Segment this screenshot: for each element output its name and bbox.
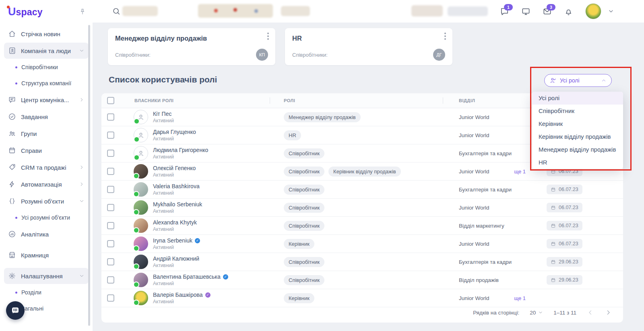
- member-avatar[interactable]: КП: [256, 49, 268, 61]
- sidebar-item-settings[interactable]: Налаштування: [4, 268, 89, 284]
- row-checkbox[interactable]: [107, 258, 114, 265]
- support-chat-button[interactable]: [6, 301, 25, 320]
- rows-per-page-label: Рядків на сторінці:: [473, 310, 519, 316]
- roles-filter-menu: Усі ролі Співробітник Керівник Керівник …: [532, 92, 623, 169]
- sidebar-item-company-structure[interactable]: Структура компанії: [4, 76, 89, 91]
- search-icon[interactable]: [112, 7, 121, 16]
- user-name[interactable]: Олексій Гепенко: [153, 165, 196, 171]
- sidebar-item-automation[interactable]: Автоматизація: [4, 176, 89, 192]
- user-avatar[interactable]: [585, 3, 601, 19]
- rows-per-page-select[interactable]: 20: [530, 310, 543, 316]
- row-checkbox[interactable]: [107, 168, 114, 175]
- sidebar-scrollbar[interactable]: [88, 25, 90, 326]
- row-checkbox[interactable]: [107, 186, 114, 193]
- sidebar-item-label: Аналітика: [21, 231, 49, 238]
- more-link[interactable]: ще 1: [514, 169, 526, 175]
- bell-icon: [564, 7, 573, 16]
- user-name[interactable]: Alexandra Khytyk: [153, 219, 197, 226]
- bullet-icon: [15, 217, 17, 219]
- role-option-manager[interactable]: Керівник: [532, 117, 623, 130]
- column-header-department[interactable]: ВІДДІЛ: [443, 93, 543, 108]
- page-title: Список користувачів ролі: [109, 75, 217, 84]
- role-option-all[interactable]: Усі ролі: [532, 92, 623, 105]
- department: Junior World: [459, 169, 489, 175]
- column-header-roles[interactable]: РОЛІ: [270, 93, 443, 108]
- monitor-icon: [521, 7, 530, 16]
- row-checkbox[interactable]: [107, 240, 114, 247]
- uspacy-logo[interactable]: Uspacy: [8, 6, 43, 18]
- user-name[interactable]: Mykhailo Serbeniuk: [153, 201, 202, 208]
- chat-button[interactable]: 1: [500, 7, 509, 16]
- chevron-right-icon: [79, 164, 85, 170]
- role-option-employee[interactable]: Співробітник: [532, 105, 623, 117]
- notifications-button[interactable]: [564, 7, 573, 16]
- row-checkbox[interactable]: [107, 132, 114, 139]
- row-checkbox[interactable]: [107, 150, 114, 157]
- select-all-checkbox[interactable]: [107, 97, 114, 104]
- calendar-icon: [551, 205, 556, 210]
- online-status-dot: [133, 245, 139, 251]
- row-checkbox[interactable]: [107, 113, 114, 121]
- role-chip: Менеджер відділу продажів: [284, 112, 361, 122]
- user-name[interactable]: Людмила Григоренко: [153, 147, 208, 153]
- role-chip: HR: [284, 130, 301, 140]
- column-header-owners[interactable]: ВЛАСНИКИ РОЛІ: [126, 93, 270, 108]
- members-label: Співробітники:: [115, 52, 151, 58]
- row-checkbox[interactable]: [107, 276, 114, 284]
- user-name[interactable]: Дарья Глущенко: [153, 129, 196, 135]
- sidebar-item-label: Співробітники: [21, 64, 58, 70]
- user-name[interactable]: Валентина Браташевська: [153, 273, 221, 280]
- pagination-range: 1–11 з 11: [553, 310, 576, 316]
- user-name[interactable]: Кіт Пес: [153, 111, 171, 117]
- sidebar-item-groups[interactable]: Групи: [4, 125, 89, 142]
- sidebar-item-company-people[interactable]: Компанія та люди: [4, 43, 89, 59]
- sidebar-item-analytics[interactable]: Аналітика: [4, 226, 89, 242]
- sidebar-item-crm[interactable]: CRM та продажі: [4, 159, 89, 175]
- screen-share-button[interactable]: [521, 7, 530, 16]
- pin-sidebar-icon[interactable]: [79, 8, 86, 15]
- redacted-area: [198, 4, 273, 18]
- role-option-hr[interactable]: HR: [532, 156, 623, 169]
- user-name[interactable]: Валерія Башкірова: [153, 292, 203, 298]
- sidebar-item-label: Усі розумні об'єкти: [21, 214, 70, 221]
- member-avatar[interactable]: ДГ: [433, 49, 445, 61]
- sidebar-item-tasks[interactable]: Завдання: [4, 109, 89, 125]
- sidebar-item-news-feed[interactable]: Стрічка новин: [4, 26, 89, 42]
- calendar-icon: [551, 169, 556, 174]
- sidebar-item-sections[interactable]: Розділи: [4, 285, 89, 300]
- user-name[interactable]: Valeria Bashkirova: [153, 183, 200, 189]
- sidebar-item-activities[interactable]: Справи: [4, 142, 89, 158]
- kebab-menu-icon[interactable]: [267, 35, 269, 37]
- row-checkbox[interactable]: [107, 294, 114, 302]
- sidebar-item-all-smart-objects[interactable]: Усі розумні об'єкти: [4, 210, 89, 225]
- role-chip: Керівник відділу продажів: [328, 167, 401, 177]
- row-checkbox[interactable]: [107, 204, 114, 211]
- online-status-dot: [133, 173, 139, 179]
- chevron-down-icon[interactable]: [608, 8, 614, 14]
- smart-objects-icon: [8, 197, 16, 205]
- roles-filter-button[interactable]: Усі ролі: [544, 74, 612, 87]
- department: Бухгалтерія та кадри: [459, 150, 512, 156]
- department: Відділ продажів: [459, 277, 499, 283]
- kebab-menu-icon[interactable]: [444, 35, 446, 37]
- row-checkbox[interactable]: [107, 222, 114, 229]
- user-name[interactable]: Iryna Serbeniuk: [153, 237, 192, 244]
- sidebar-item-shop[interactable]: Крамниця: [4, 247, 89, 263]
- settings-icon: [8, 272, 16, 280]
- role-option-sales-head[interactable]: Керівник відділу продажів: [532, 130, 623, 143]
- mail-button[interactable]: 3: [543, 7, 552, 16]
- role-chip: Співробітник: [284, 148, 324, 158]
- user-name[interactable]: Андрій Калюжний: [153, 255, 199, 262]
- sidebar-item-smart-objects[interactable]: Розумні об'єкти: [4, 193, 89, 209]
- avatar: [134, 273, 148, 287]
- sidebar-item-communications[interactable]: Центр комуніка...: [4, 92, 89, 108]
- next-page-icon[interactable]: [605, 309, 612, 316]
- groups-icon: [8, 130, 16, 138]
- role-card-hr: HR Співробітники: ДГ: [285, 28, 452, 65]
- logo-text: spacy: [16, 7, 43, 18]
- more-link[interactable]: ще 1: [514, 295, 526, 301]
- sidebar-item-employees[interactable]: Співробітники: [4, 60, 89, 75]
- previous-page-icon[interactable]: [587, 309, 594, 316]
- redacted-area: [281, 6, 310, 16]
- role-option-sales-manager[interactable]: Менеджер відділу продажів: [532, 143, 623, 156]
